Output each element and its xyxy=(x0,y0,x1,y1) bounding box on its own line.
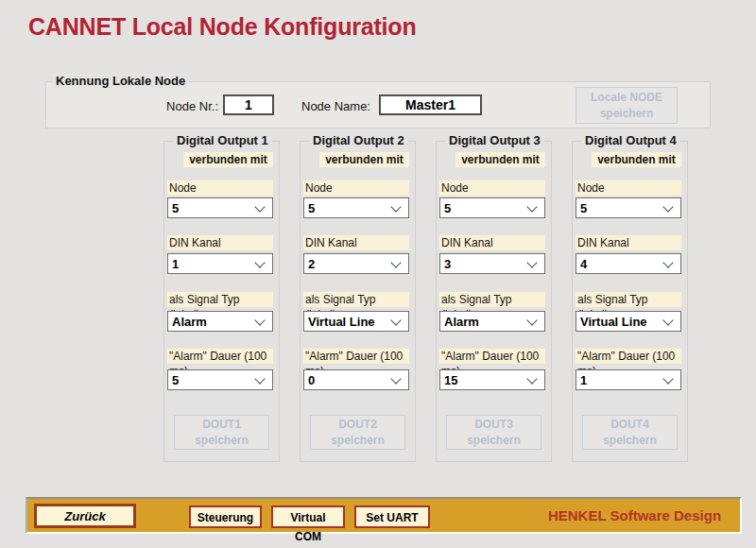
din-kanal-label: DIN Kanal xyxy=(303,235,409,250)
button-label-line1: DOUT4 xyxy=(589,417,671,432)
chevron-down-icon xyxy=(390,257,401,267)
combo-value: Virtual Line xyxy=(304,315,375,329)
signal-typ-select[interactable]: Virtual Line xyxy=(576,311,681,332)
chevron-down-icon xyxy=(390,373,401,384)
din-kanal-label: DIN Kanal xyxy=(439,235,545,250)
combo-value: Virtual Line xyxy=(576,315,647,329)
button-label-line2: speichern xyxy=(180,433,263,448)
combo-value: 2 xyxy=(304,257,315,271)
chevron-down-icon xyxy=(526,315,537,325)
combo-value: 1 xyxy=(168,257,179,271)
alarm-dauer-select[interactable]: 15 xyxy=(439,369,545,390)
node-nr-input[interactable] xyxy=(223,94,274,115)
chevron-down-icon xyxy=(254,315,265,325)
alarm-dauer-label: "Alarm" Dauer (100 ms) xyxy=(303,349,409,364)
combo-value: 1 xyxy=(576,373,587,387)
node-name-label: Node Name: xyxy=(301,99,377,113)
combo-value: 5 xyxy=(440,201,451,215)
brand-text: HENKEL Software Design xyxy=(533,507,736,523)
node-select[interactable]: 5 xyxy=(439,197,545,218)
back-button[interactable]: Zurück xyxy=(34,504,136,528)
node-label: Node xyxy=(167,180,273,196)
signal-typ-label: als Signal Typ (lokal) xyxy=(576,292,681,307)
button-label-line2: speichern xyxy=(582,106,671,121)
connected-with-label: verbunden mit xyxy=(455,152,545,167)
steuerung-button[interactable]: Steuerung xyxy=(189,505,262,528)
connected-with-label: verbunden mit xyxy=(319,152,409,167)
signal-typ-label: als Signal Typ (lokal) xyxy=(303,292,409,307)
din-kanal-label: DIN Kanal xyxy=(576,235,681,250)
din-kanal-select[interactable]: 2 xyxy=(303,253,409,274)
connected-with-label: verbunden mit xyxy=(183,152,273,167)
combo-value: 5 xyxy=(576,201,587,215)
cannet-node-config-window: CANNET Local Node Konfiguration Kennung … xyxy=(0,0,756,548)
group-legend: Digital Output 2 xyxy=(309,133,408,147)
group-legend: Digital Output 3 xyxy=(445,133,544,147)
dout3-save-button[interactable]: DOUT3 speichern xyxy=(446,415,541,450)
dout1-save-button[interactable]: DOUT1 speichern xyxy=(174,415,269,450)
chevron-down-icon xyxy=(254,257,265,267)
digital-output-3-group: Digital Output 3 verbunden mit Node 5 DI… xyxy=(436,141,552,462)
chevron-down-icon xyxy=(390,201,401,212)
chevron-down-icon xyxy=(526,257,537,267)
alarm-dauer-select[interactable]: 0 xyxy=(303,369,409,390)
button-label-line2: speichern xyxy=(317,433,399,448)
combo-value: 3 xyxy=(440,257,451,271)
kennung-lokale-node-group: Kennung Lokale Node Node Nr.: Node Name:… xyxy=(45,81,711,128)
group-legend: Digital Output 1 xyxy=(173,133,272,147)
alarm-dauer-label: "Alarm" Dauer (100 ms) xyxy=(167,349,273,364)
signal-typ-label: als Signal Typ (lokal) xyxy=(439,292,545,307)
digital-output-1-group: Digital Output 1 verbunden mit Node 5 DI… xyxy=(163,141,280,462)
node-select[interactable]: 5 xyxy=(167,197,273,218)
node-name-input[interactable] xyxy=(379,94,482,115)
alarm-dauer-select[interactable]: 1 xyxy=(576,369,681,390)
din-kanal-select[interactable]: 4 xyxy=(576,253,681,274)
button-label-line1: Locale NODE xyxy=(582,90,671,105)
combo-value: 15 xyxy=(440,373,457,387)
din-kanal-label: DIN Kanal xyxy=(167,235,273,250)
alarm-dauer-label: "Alarm" Dauer (100 ms) xyxy=(576,349,681,364)
combo-value: 5 xyxy=(304,201,315,215)
combo-value: Alarm xyxy=(168,315,207,329)
button-label-line2: speichern xyxy=(589,433,671,448)
signal-typ-select[interactable]: Virtual Line xyxy=(303,311,409,332)
din-kanal-select[interactable]: 3 xyxy=(439,253,545,274)
group-legend: Kennung Lokale Node xyxy=(52,74,189,88)
chevron-down-icon xyxy=(662,373,673,384)
virtual-com-button[interactable]: Virtual COM xyxy=(271,505,345,528)
chevron-down-icon xyxy=(254,373,265,384)
dout2-save-button[interactable]: DOUT2 speichern xyxy=(310,415,405,450)
combo-value: 0 xyxy=(304,373,315,387)
button-label-line2: speichern xyxy=(453,433,535,448)
digital-output-4-group: Digital Output 4 verbunden mit Node 5 DI… xyxy=(572,141,688,462)
chevron-down-icon xyxy=(662,315,673,325)
combo-value: 5 xyxy=(168,201,179,215)
chevron-down-icon xyxy=(254,201,265,212)
combo-value: 5 xyxy=(168,373,179,387)
combo-value: 4 xyxy=(576,257,587,271)
alarm-dauer-select[interactable]: 5 xyxy=(167,369,273,390)
chevron-down-icon xyxy=(390,315,401,325)
node-select[interactable]: 5 xyxy=(303,197,409,218)
save-local-node-button[interactable]: Locale NODE speichern xyxy=(576,87,678,124)
connected-with-label: verbunden mit xyxy=(592,152,681,167)
footer-toolbar: Zurück Steuerung Virtual COM Set UART HE… xyxy=(26,497,742,534)
node-select[interactable]: 5 xyxy=(576,197,681,218)
node-nr-label: Node Nr.: xyxy=(160,99,218,113)
signal-typ-select[interactable]: Alarm xyxy=(167,311,273,332)
signal-typ-select[interactable]: Alarm xyxy=(439,311,545,332)
chevron-down-icon xyxy=(662,201,673,212)
combo-value: Alarm xyxy=(440,315,479,329)
set-uart-button[interactable]: Set UART xyxy=(354,505,430,528)
page-title: CANNET Local Node Konfiguration xyxy=(28,13,416,41)
din-kanal-select[interactable]: 1 xyxy=(167,253,273,274)
digital-output-2-group: Digital Output 2 verbunden mit Node 5 DI… xyxy=(300,141,416,462)
chevron-down-icon xyxy=(526,201,537,212)
button-label-line1: DOUT3 xyxy=(453,417,535,432)
button-label-line1: DOUT2 xyxy=(317,417,399,432)
alarm-dauer-label: "Alarm" Dauer (100 ms) xyxy=(439,349,545,364)
group-legend: Digital Output 4 xyxy=(581,133,680,147)
dout4-save-button[interactable]: DOUT4 speichern xyxy=(582,415,678,450)
node-label: Node xyxy=(303,180,409,196)
chevron-down-icon xyxy=(662,257,673,267)
